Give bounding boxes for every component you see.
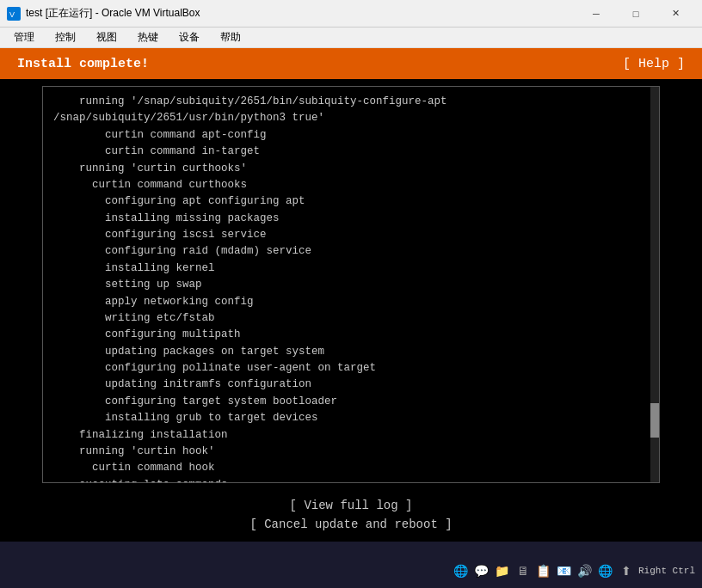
install-header: Install complete! [ Help ] (0, 48, 702, 79)
terminal-area: running '/snap/subiquity/2651/bin/subiqu… (0, 79, 702, 490)
taskbar-network-icon[interactable]: 🌐 (453, 562, 470, 579)
taskbar-screen-icon[interactable]: 🖥 (514, 562, 532, 579)
close-button[interactable]: ✕ (656, 0, 695, 28)
scrollbar[interactable] (650, 87, 659, 482)
menu-bar: 管理 控制 视图 热键 设备 帮助 (0, 28, 702, 48)
maximize-button[interactable]: □ (616, 0, 656, 28)
vm-window: Install complete! [ Help ] running '/sna… (0, 48, 702, 542)
install-title: Install complete! (17, 57, 149, 71)
menu-control[interactable]: 控制 (52, 28, 79, 46)
view-log-button[interactable]: [ View full log ] (290, 499, 413, 512)
cancel-reboot-button[interactable]: [ Cancel update and reboot ] (249, 518, 452, 531)
taskbar-folder-icon[interactable]: 📁 (494, 562, 511, 579)
scrollbar-thumb[interactable] (650, 403, 659, 438)
terminal-box: running '/snap/subiquity/2651/bin/subiqu… (42, 86, 660, 483)
svg-text:V: V (9, 10, 15, 19)
taskbar: 🌐 💬 📁 🖥 📋 📧 🔊 🌐 ⬆ Right Ctrl (0, 554, 702, 588)
bottom-area: [ View full log ] [ Cancel update and re… (0, 490, 702, 542)
menu-hotkeys[interactable]: 热键 (134, 28, 162, 46)
menu-help[interactable]: 帮助 (217, 28, 244, 46)
taskbar-audio-icon[interactable]: 🔊 (576, 562, 594, 579)
taskbar-right-ctrl: Right Ctrl (638, 566, 695, 576)
title-bar: V test [正在运行] - Oracle VM VirtualBox ─ □… (0, 0, 702, 28)
taskbar-globe-icon[interactable]: 🌐 (597, 562, 614, 579)
taskbar-clipboard-icon[interactable]: 📋 (535, 562, 552, 579)
terminal-content: running '/snap/subiquity/2651/bin/subiqu… (43, 87, 659, 483)
taskbar-chat-icon[interactable]: 💬 (473, 562, 490, 579)
menu-manage[interactable]: 管理 (10, 28, 38, 46)
minimize-button[interactable]: ─ (576, 0, 616, 28)
menu-devices[interactable]: 设备 (176, 28, 203, 46)
virtualbox-icon: V (7, 7, 21, 21)
taskbar-upload-icon[interactable]: ⬆ (618, 562, 635, 579)
menu-view[interactable]: 视图 (93, 28, 120, 46)
help-button[interactable]: [ Help ] (623, 57, 685, 71)
taskbar-mail-icon[interactable]: 📧 (556, 562, 573, 579)
window-title: test [正在运行] - Oracle VM VirtualBox (26, 6, 200, 21)
window-controls: ─ □ ✕ (576, 0, 695, 28)
